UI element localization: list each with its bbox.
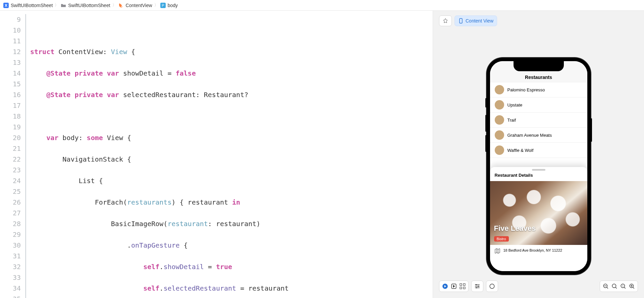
list-item[interactable]: Upstate: [490, 97, 587, 113]
thumbnail-icon: [495, 145, 504, 155]
zoom-in-icon[interactable]: [629, 283, 635, 289]
variants-icon[interactable]: [460, 283, 466, 289]
thumbnail-icon: [495, 100, 504, 110]
bottom-sheet[interactable]: Restaurant Details Five Leaves Bistro 18…: [490, 167, 587, 271]
content-view-label: Content View: [466, 18, 493, 24]
chevron-right-icon: 〉: [112, 2, 116, 8]
svg-point-11: [478, 286, 479, 287]
phone-icon: [458, 18, 464, 24]
sheet-title: Restaurant Details: [490, 173, 587, 181]
line-gutter: 9101112131415161718192021222324252627282…: [0, 11, 24, 298]
restaurant-list[interactable]: Palomino Espresso Upstate Traif Graham A…: [490, 82, 587, 158]
thumbnail-icon: [495, 115, 504, 125]
app-icon: [3, 3, 9, 8]
accessibility-button[interactable]: [486, 281, 498, 292]
circle-icon: [489, 283, 495, 289]
chevron-right-icon: 〉: [55, 2, 59, 8]
list-item[interactable]: Graham Avenue Meats: [490, 128, 587, 143]
code-area[interactable]: struct ContentView: View { @State privat…: [28, 11, 433, 298]
breadcrumb[interactable]: SwiftUIBottomSheet 〉 SwiftUIBottomSheet …: [0, 0, 644, 11]
svg-rect-7: [463, 284, 465, 286]
breadcrumb-symbol[interactable]: body: [168, 3, 178, 8]
chevron-right-icon: 〉: [154, 2, 158, 8]
preview-controls-group[interactable]: [439, 281, 469, 292]
device-settings-button[interactable]: [471, 281, 483, 292]
category-badge: Bistro: [494, 236, 509, 242]
folder-icon: [61, 3, 66, 8]
thumbnail-icon: [495, 130, 504, 140]
svg-rect-6: [460, 284, 462, 286]
grabber-handle[interactable]: [532, 169, 545, 171]
zoom-out-icon[interactable]: [603, 283, 609, 289]
swift-file-icon: [118, 3, 124, 8]
play-icon[interactable]: [442, 283, 448, 289]
device-preview: Restaurants Palomino Espresso Upstate Tr…: [487, 58, 591, 274]
svg-point-13: [490, 284, 494, 289]
svg-point-10: [476, 284, 477, 285]
sheet-hero-image: Five Leaves Bistro: [490, 181, 587, 245]
svg-text:1: 1: [622, 285, 624, 287]
fold-ribbon: [24, 11, 28, 298]
list-item[interactable]: Traif: [490, 113, 587, 128]
notch: [514, 61, 564, 71]
svg-point-15: [612, 284, 616, 288]
restaurant-name: Five Leaves: [494, 224, 536, 233]
property-icon: P: [160, 3, 166, 8]
selectable-icon[interactable]: [451, 283, 457, 289]
svg-rect-9: [463, 287, 465, 289]
zoom-fit-icon[interactable]: [611, 283, 618, 289]
code-editor[interactable]: 9101112131415161718192021222324252627282…: [0, 11, 433, 298]
svg-text:P: P: [162, 3, 164, 7]
address-text: 18 Bedford Ave Brooklyn, NY 11222: [503, 248, 562, 252]
sliders-icon: [474, 283, 480, 289]
map-icon: [495, 248, 500, 254]
svg-point-12: [476, 287, 477, 288]
zoom-actual-icon[interactable]: 1: [620, 283, 626, 289]
content-view-pill[interactable]: Content View: [454, 15, 497, 26]
list-item[interactable]: Palomino Espresso: [490, 82, 587, 97]
list-item[interactable]: Waffle & Wolf: [490, 143, 587, 158]
breadcrumb-file[interactable]: ContentView: [126, 3, 152, 8]
preview-panel: Content View Restaurants Palomino Espres…: [433, 11, 644, 298]
svg-rect-8: [460, 287, 462, 289]
breadcrumb-folder[interactable]: SwiftUIBottomSheet: [68, 3, 110, 8]
svg-rect-3: [460, 18, 462, 23]
pin-button[interactable]: [439, 15, 452, 26]
zoom-controls[interactable]: 1: [600, 281, 638, 292]
pin-icon: [443, 18, 448, 24]
thumbnail-icon: [495, 85, 504, 94]
breadcrumb-project[interactable]: SwiftUIBottomSheet: [11, 3, 53, 8]
